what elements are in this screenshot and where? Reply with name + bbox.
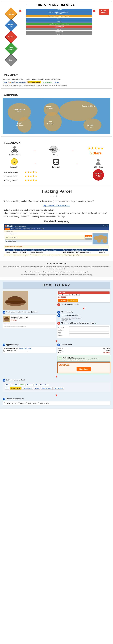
form-row-city: City: bbox=[58, 332, 110, 334]
step-2-label: Review and confirm your order (1 items) bbox=[6, 311, 38, 313]
form-name-input[interactable] bbox=[69, 326, 110, 328]
satisfaction-text1: We are committed to your 100% customer s… bbox=[2, 266, 110, 270]
term-option-4[interactable]: Western Union bbox=[38, 402, 49, 404]
return-flow: Notreceived ReceivedLost Received Qualit… bbox=[4, 9, 109, 65]
bp-more-link: more details bbox=[92, 358, 99, 359]
product-page-mock: AliExpress Men's Genuine Leather Shoes O… bbox=[57, 290, 110, 302]
pm-amex[interactable]: AMEX bbox=[19, 384, 25, 386]
ts-nav-express[interactable]: International Express bbox=[22, 228, 36, 230]
pm-visa[interactable]: VISA bbox=[5, 384, 10, 386]
term-option-1[interactable]: Credit/Debit Card bbox=[4, 402, 17, 404]
pm-diners[interactable]: Diners Club bbox=[39, 384, 49, 386]
ts-tracking-input[interactable] bbox=[5, 235, 85, 240]
svg-point-38 bbox=[5, 300, 26, 304]
step-others: Others bbox=[5, 54, 18, 66]
confirm-order-price: US $14.91 bbox=[59, 364, 109, 366]
order-product-thumb bbox=[3, 316, 10, 322]
pm-alipay[interactable]: Alipay bbox=[34, 387, 40, 390]
feedback-label-receive: Receive items bbox=[9, 154, 20, 156]
ts-search-button[interactable]: Search bbox=[85, 235, 92, 238]
step-1-label-row: ① Click it and place order bbox=[57, 303, 110, 306]
pm-jcb[interactable]: JCB bbox=[34, 384, 38, 386]
pay-step-1-left bbox=[2, 290, 56, 310]
svg-text:Europe: Europe bbox=[46, 106, 52, 108]
form-address-input[interactable] bbox=[69, 329, 110, 331]
form-city-input[interactable] bbox=[69, 332, 110, 334]
summary-total: Total US $14.90 bbox=[58, 352, 110, 354]
order-product-row: Men's Genuine Leather Shoes Oxford Busin… bbox=[3, 315, 55, 322]
step-7-circle: ⑦ bbox=[57, 344, 60, 346]
product-image bbox=[2, 290, 28, 310]
pay-step-9: ⑨ Choose payment term Credit/Debit Card … bbox=[2, 398, 110, 405]
buy-now-button[interactable]: Buy Now bbox=[58, 299, 68, 302]
coupon-input[interactable] bbox=[17, 350, 27, 352]
option-color-diff: Color difference bbox=[26, 26, 92, 28]
arrow-down-1: ▼ bbox=[57, 307, 110, 310]
feedback-label-unsatisfied: Unsatisfied bbox=[10, 166, 18, 168]
tc-processing: Tampering bbox=[98, 251, 108, 253]
th-no-track: No-Track Err bbox=[19, 249, 30, 251]
ts-nav-postal[interactable]: Postal Shipments bbox=[10, 228, 22, 230]
pm-maestro[interactable]: Maestro bbox=[26, 384, 33, 386]
tracking-screenshot: 17TRACK ▶ Choose shipment f y t ✉ ★ Home… bbox=[4, 224, 109, 256]
pm-bank[interactable]: Bank Transfer bbox=[22, 387, 33, 390]
step-4-label: Choose express delivery bbox=[61, 314, 80, 316]
logo-mastercard: ●● MC bbox=[8, 81, 14, 84]
step-not-received: Notreceived bbox=[5, 8, 18, 20]
rating-stars-described: ★★★★★ bbox=[24, 170, 37, 174]
pm-western-union[interactable]: Western Union bbox=[10, 387, 22, 390]
coupon-checkbox[interactable] bbox=[4, 350, 5, 352]
logo-western-union: WESTERN UNION bbox=[28, 81, 41, 84]
svg-text:Brazil: Brazil bbox=[18, 122, 22, 124]
term-option-2[interactable]: Alipay bbox=[18, 402, 24, 404]
feedback-arrow-4: → bbox=[76, 161, 79, 165]
tc-carrier: Carrier bbox=[12, 251, 19, 253]
svg-point-35 bbox=[97, 240, 101, 242]
tc-group: Express bbox=[5, 251, 12, 253]
step-3-circle: ③ bbox=[57, 311, 60, 314]
flow-arrow: ▶ bbox=[20, 9, 22, 13]
step-7-label-row: ⑦ Confirm order bbox=[57, 344, 110, 346]
arrow-down-4: ▼ bbox=[2, 394, 110, 397]
svg-point-4 bbox=[44, 112, 62, 131]
pm-tt[interactable]: T/T bbox=[5, 387, 10, 390]
feedback-label-satisfied: Satisfied bbox=[50, 154, 57, 156]
shipping-section: SHIPPING North America 7-15days Europe 1… bbox=[0, 90, 113, 135]
svg-point-26 bbox=[15, 160, 16, 162]
sad-face-icon bbox=[11, 158, 18, 165]
step-1-circle: ① bbox=[57, 303, 60, 306]
person-icon bbox=[95, 158, 102, 165]
option-damage: Damage bbox=[26, 20, 92, 22]
ts-nav-home[interactable]: Home bbox=[5, 228, 10, 230]
add-to-cart-button[interactable]: Add to Cart bbox=[68, 299, 78, 302]
rating-stars-shipping: ★★★★★ bbox=[24, 179, 37, 182]
arrow-down-3: ▼ bbox=[2, 375, 110, 378]
term-option-3[interactable]: Bank Transfer bbox=[26, 402, 36, 404]
place-order-button[interactable]: Place Order bbox=[76, 367, 91, 371]
ts-logo: 17TRACK ▶ Choose shipment bbox=[5, 225, 26, 227]
shipping-map: North America 7-15days Europe 10-35days … bbox=[2, 98, 110, 134]
ts-nav-trade[interactable]: Trade Freight bbox=[36, 228, 45, 230]
final-resend-refund: Resend /Refund bbox=[99, 9, 109, 15]
check-mark: ✓ bbox=[95, 322, 97, 324]
svg-point-34 bbox=[102, 236, 108, 240]
th-trackable: Trackable / Gen Lssm,Tracking,No.: Cre..… bbox=[30, 249, 62, 251]
pm-wire[interactable]: Wire Transfer bbox=[53, 387, 64, 390]
summary-subtotal: Subtotal US $14.50 bbox=[58, 348, 110, 350]
option-not-fit: Not fit bbox=[26, 28, 92, 30]
ts-clear-button[interactable]: Clear bbox=[85, 238, 92, 240]
feedback-ratings: Item as Described: ★★★★★ Communication: … bbox=[2, 170, 110, 182]
coupon-mock: Apply AliExpress Coupon: The AliExpress … bbox=[2, 347, 56, 353]
th-group: Group bbox=[5, 249, 12, 251]
order-product-name: Men's Genuine Leather Shoes bbox=[10, 317, 55, 318]
tracking-link[interactable]: https://www.17track.net/zh-cn bbox=[4, 204, 109, 207]
return-steps: Notreceived ReceivedLost Received Qualit… bbox=[4, 9, 18, 65]
pm-moneybookers[interactable]: MoneyBookers bbox=[41, 387, 52, 390]
order-summary-mock: Subtotal US $14.50 Shipping US $0.40 Tot… bbox=[57, 347, 110, 355]
step-received: Received bbox=[5, 31, 18, 44]
pay-step-3-5-right: ③ Fill in order qty ④ Choose express del… bbox=[57, 311, 110, 338]
form-phone-input[interactable] bbox=[69, 334, 110, 336]
pm-mastercard[interactable]: ●● MC bbox=[11, 384, 18, 386]
step-5-label-row: ⑤ Fill in your address and telephone num… bbox=[57, 322, 110, 325]
feedback-arrow-1: → bbox=[33, 149, 36, 152]
